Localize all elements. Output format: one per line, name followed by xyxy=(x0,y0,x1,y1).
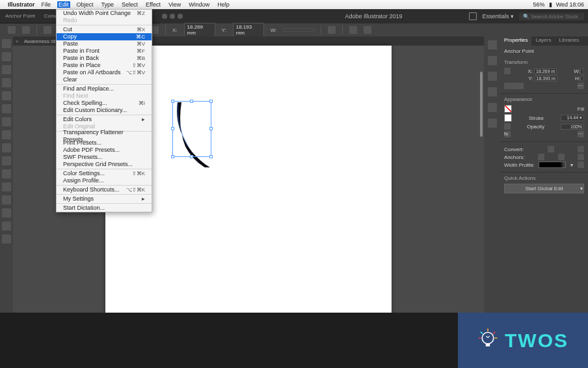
isolate-icon[interactable] xyxy=(328,26,336,34)
flip-profile-icon[interactable] xyxy=(578,162,584,168)
menu-clear[interactable]: Clear xyxy=(57,76,152,83)
menu-perspective-presets[interactable]: Perspective Grid Presets... xyxy=(57,161,152,168)
menu-check-spelling[interactable]: Check Spelling...⌘I xyxy=(57,100,152,107)
menu-edit[interactable]: Edit xyxy=(57,1,70,8)
menu-paste[interactable]: Paste⌘V xyxy=(57,40,152,48)
menu-my-settings[interactable]: My Settings▸ xyxy=(57,195,152,203)
resize-handle[interactable] xyxy=(209,155,213,158)
convert-smooth-icon[interactable] xyxy=(578,146,584,152)
window-close-icon[interactable] xyxy=(162,14,167,19)
opacity-icon[interactable] xyxy=(504,123,511,130)
brushes-panel-icon[interactable] xyxy=(488,72,497,81)
menu-assign-profile[interactable]: Assign Profile... xyxy=(57,177,152,184)
resize-handle[interactable] xyxy=(171,100,174,103)
resize-handle[interactable] xyxy=(190,155,193,158)
eyedropper-tool-icon[interactable] xyxy=(2,208,11,218)
menu-start-dictation[interactable]: Start Dictation... xyxy=(57,205,152,212)
eraser-tool-icon[interactable] xyxy=(2,143,11,152)
workspace-switcher[interactable]: Essentials ▾ xyxy=(482,13,514,20)
resize-handle[interactable] xyxy=(171,127,174,130)
window-traffic-lights[interactable] xyxy=(162,14,183,19)
symbols-panel-icon[interactable] xyxy=(488,87,497,96)
window-zoom-icon[interactable] xyxy=(178,14,183,19)
pen-tool-icon[interactable] xyxy=(2,65,11,74)
menu-paste-front[interactable]: Paste in Front⌘F xyxy=(57,48,152,55)
menu-help[interactable]: Help xyxy=(216,1,231,8)
flip-vertical-icon[interactable] xyxy=(517,83,524,89)
menu-window[interactable]: Window xyxy=(187,1,211,8)
resize-handle[interactable] xyxy=(209,100,213,103)
cut-anchor-icon[interactable] xyxy=(578,154,584,160)
w-input[interactable] xyxy=(283,29,314,31)
direct-select-tool-icon[interactable] xyxy=(2,52,11,61)
scale-tool-icon[interactable] xyxy=(2,169,11,178)
menu-object[interactable]: Object xyxy=(75,1,95,8)
y-value-input[interactable]: 18.393 m xyxy=(535,76,557,81)
menu-effect[interactable]: Effect xyxy=(144,1,162,8)
convert-corner-icon[interactable] xyxy=(548,146,554,152)
menu-find-replace[interactable]: Find and Replace... xyxy=(57,85,152,92)
type-tool-icon[interactable] xyxy=(2,91,11,100)
resize-handle[interactable] xyxy=(171,155,174,158)
reference-point-icon[interactable] xyxy=(504,68,511,74)
menu-swf-presets[interactable]: SWF Presets... xyxy=(57,154,152,161)
menu-pdf-presets[interactable]: Adobe PDF Presets... xyxy=(57,147,152,154)
chevron-down-icon[interactable]: ▾ xyxy=(580,186,583,191)
selection-bounding-box[interactable] xyxy=(172,101,211,157)
menu-edit-dict[interactable]: Edit Custom Dictionary... xyxy=(57,107,152,114)
anchor-convert-icon[interactable] xyxy=(22,26,30,34)
chevron-down-icon[interactable]: ▾ xyxy=(570,162,573,168)
transform-again-icon[interactable] xyxy=(349,26,357,34)
more-options-icon[interactable]: ⋯ xyxy=(578,131,584,137)
stroke-weight-input[interactable]: 14.44 ▾ xyxy=(561,115,584,121)
menu-cut[interactable]: Cut⌘X xyxy=(57,26,152,33)
vertical-scrollbar[interactable] xyxy=(480,72,483,137)
opacity-input[interactable]: 100% xyxy=(561,124,584,130)
rotate-tool-icon[interactable] xyxy=(2,156,11,165)
window-minimize-icon[interactable] xyxy=(170,14,175,19)
selection-tool-icon[interactable] xyxy=(2,39,11,48)
menu-select[interactable]: Select xyxy=(120,1,139,8)
rotate-icon[interactable] xyxy=(504,83,511,89)
menu-paste-back[interactable]: Paste in Back⌘B xyxy=(57,55,152,62)
menu-paste-artboards[interactable]: Paste on All Artboards⌥⇧⌘V xyxy=(57,69,152,76)
arrange-docs-icon[interactable] xyxy=(469,12,477,20)
menu-edit-colors[interactable]: Edit Colors▸ xyxy=(57,116,152,123)
h-value-input[interactable] xyxy=(580,76,584,81)
fx-icon[interactable]: fx xyxy=(504,131,511,137)
y-input[interactable]: 18.193 mm xyxy=(233,23,264,37)
x-input[interactable]: 18.269 mm xyxy=(184,23,215,37)
stroke-swatch[interactable] xyxy=(504,114,512,122)
app-name[interactable]: Illustrator xyxy=(8,1,35,8)
remove-anchor-icon[interactable] xyxy=(538,154,544,160)
stroke-panel-icon[interactable] xyxy=(488,103,497,112)
width-profile-dropdown[interactable] xyxy=(539,162,566,168)
resize-handle[interactable] xyxy=(190,100,193,103)
fill-swatch-icon[interactable] xyxy=(44,26,51,34)
width-tool-icon[interactable] xyxy=(2,182,11,191)
brush-tool-icon[interactable] xyxy=(2,117,11,126)
prefs-icon[interactable] xyxy=(364,26,371,34)
connect-anchor-icon[interactable] xyxy=(558,154,565,160)
menu-paste-place[interactable]: Paste in Place⇧⌘V xyxy=(57,62,152,69)
align-panel-icon[interactable] xyxy=(488,119,497,128)
menu-type[interactable]: Type xyxy=(100,1,116,8)
fill-stroke-icon[interactable] xyxy=(2,234,11,244)
selected-object[interactable] xyxy=(172,101,218,166)
curvature-tool-icon[interactable] xyxy=(2,78,11,87)
start-global-edit-button[interactable]: Start Global Edit ▾ xyxy=(504,184,584,193)
more-options-icon[interactable]: ⋯ xyxy=(578,83,584,89)
menu-color-settings[interactable]: Color Settings...⇧⌘K xyxy=(57,170,152,177)
flip-horizontal-icon[interactable] xyxy=(511,83,517,89)
color-panel-icon[interactable] xyxy=(488,40,497,50)
menu-file[interactable]: File xyxy=(40,1,53,8)
tab-libraries[interactable]: Libraries xyxy=(555,36,583,46)
tab-layers[interactable]: Layers xyxy=(531,36,555,46)
menu-transparency-presets[interactable]: Transparency Flattener Presets... xyxy=(57,132,152,139)
x-value-input[interactable]: 18.269 m xyxy=(534,68,557,74)
menu-undo[interactable]: Undo Width Point Change⌘Z xyxy=(57,10,152,17)
shaper-tool-icon[interactable] xyxy=(2,130,11,139)
selection-icon[interactable] xyxy=(8,26,16,34)
resize-handle[interactable] xyxy=(209,127,213,130)
zoom-tool-icon[interactable] xyxy=(2,221,11,231)
